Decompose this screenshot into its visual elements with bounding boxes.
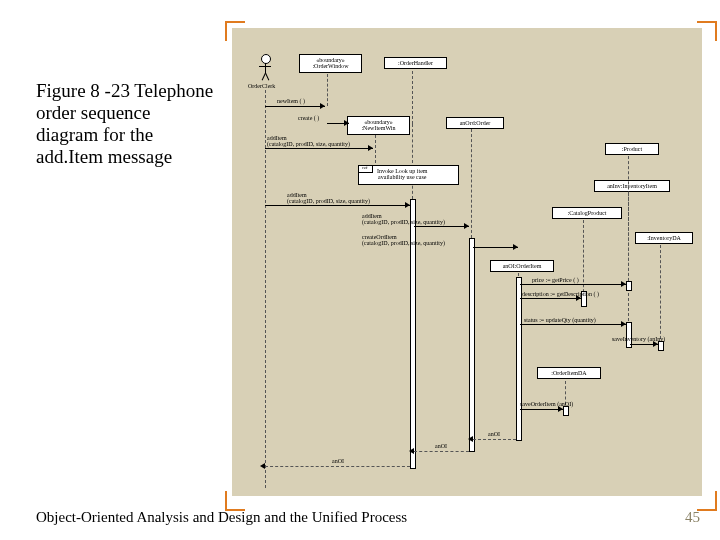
arrow: [520, 284, 626, 285]
actor-icon: [265, 73, 269, 81]
arrow: [473, 247, 518, 248]
lifeline: [412, 124, 413, 199]
obj-inventory-da: :InventoryDA: [635, 232, 693, 244]
actor-icon: [265, 63, 266, 73]
sequence-diagram: OrderClerk «boundary»:OrderWindow :Order…: [232, 28, 702, 496]
activation: [563, 406, 569, 416]
arrow-return: [265, 466, 410, 467]
msg-status-update-qty: status := updateQty (quantity): [524, 317, 596, 323]
msg-ret-anoi-1: anOI: [488, 431, 500, 437]
arrow: [265, 106, 325, 107]
arrow-return: [473, 439, 516, 440]
arrowhead-icon: [409, 448, 414, 454]
msg-create-ord-item: createOrdItem(catalogID, prodID, size, q…: [362, 234, 445, 247]
arrowhead-icon: [621, 321, 626, 327]
lifeline: [327, 74, 328, 106]
arrowhead-icon: [405, 202, 410, 208]
obj-catalog-product: :CatalogProduct: [552, 207, 622, 219]
obj-order-handler: :OrderHandler: [384, 57, 447, 69]
lifeline: [412, 71, 413, 124]
arrowhead-icon: [513, 244, 518, 250]
footer-text: Object-Oriented Analysis and Design and …: [36, 509, 407, 526]
lifeline: [660, 245, 661, 349]
msg-save-inventory: saveInventory (anInv): [612, 336, 665, 342]
msg-add-item-1: addItem(catalogID, prodID, size, quantit…: [267, 135, 350, 148]
arrow: [520, 324, 626, 325]
activation: [658, 341, 664, 351]
lifeline: [471, 129, 472, 238]
obj-new-item-win: «boundary»:NewItemWin: [347, 116, 410, 135]
arrowhead-icon: [468, 436, 473, 442]
arrow-return: [414, 451, 469, 452]
msg-add-item-2: addItem(catalogID, prodID, size, quantit…: [287, 192, 370, 205]
arrowhead-icon: [368, 145, 373, 151]
msg-invoke: Invoke Look up itemavailability use case: [377, 168, 428, 181]
page-number: 45: [685, 509, 700, 526]
arrow: [265, 148, 373, 149]
actor-icon: [259, 66, 271, 67]
arrow: [265, 205, 410, 206]
msg-create: create ( ): [298, 115, 319, 121]
ref-label: ref: [358, 165, 373, 173]
obj-product: :Product: [605, 143, 659, 155]
msg-desc-get-desc: description := getDescription ( ): [522, 291, 599, 297]
arrow: [520, 409, 563, 410]
arrowhead-icon: [344, 120, 349, 126]
msg-new-item: newItem ( ): [277, 98, 305, 104]
arrowhead-icon: [320, 103, 325, 109]
arrowhead-icon: [464, 223, 469, 229]
lifeline: [628, 193, 629, 331]
obj-an-oi-order-item: anOI:OrderItem: [490, 260, 554, 272]
arrow: [414, 226, 469, 227]
msg-ret-anoi-3: anOI: [332, 458, 344, 464]
msg-price-get-price: price := getPrice ( ): [532, 277, 579, 283]
msg-ret-anoi-2: anOI: [435, 443, 447, 449]
msg-save-order-item: saveOrderItem (anOI): [520, 401, 573, 407]
slide: Figure 8 -23 Telephone order sequence di…: [0, 0, 720, 540]
actor-label: OrderClerk: [248, 83, 275, 89]
arrow: [520, 298, 581, 299]
activation: [469, 238, 475, 452]
obj-order-item-da: :OrderItemDA: [537, 367, 601, 379]
arrowhead-icon: [260, 463, 265, 469]
obj-an-ord-order: anOrd:Order: [446, 117, 504, 129]
actor-icon: [261, 54, 271, 64]
activation: [516, 277, 522, 441]
obj-an-inv-inventory-item: anInv:InventoryItem: [594, 180, 670, 192]
arrowhead-icon: [621, 281, 626, 287]
figure-caption: Figure 8 -23 Telephone order sequence di…: [36, 80, 216, 167]
lifeline: [265, 90, 266, 488]
activation: [626, 281, 632, 291]
obj-order-window: «boundary»:OrderWindow: [299, 54, 362, 73]
msg-add-item-3: addItem(catalogID, prodID, size, quantit…: [362, 213, 445, 226]
